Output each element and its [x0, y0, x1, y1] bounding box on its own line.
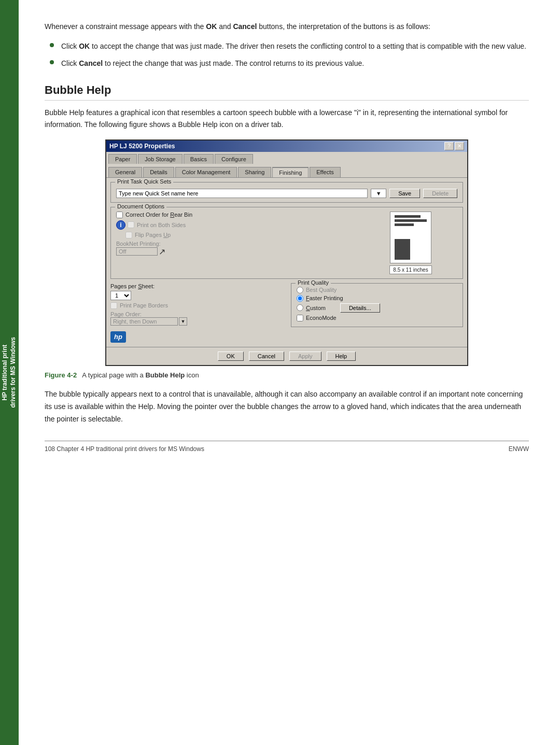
correct-order-label: Correct Order for Rear Bin — [125, 212, 192, 218]
hp-logo: hp — [110, 331, 126, 343]
post-caption-text: The bubble typically appears next to a c… — [45, 388, 529, 425]
quickset-input[interactable] — [116, 189, 368, 198]
hp-logo-area: hp — [110, 331, 463, 343]
bullet-list: Click OK to accept the change that was j… — [45, 40, 529, 69]
pages-right: Print Quality Best Quality Faster Printi… — [291, 283, 463, 327]
footer-left: 108 Chapter 4 HP traditional print drive… — [45, 445, 204, 453]
flip-pages-checkbox[interactable] — [125, 232, 132, 238]
apply-button[interactable]: Apply — [289, 352, 321, 361]
flip-pages-row: Flip Pages Up — [125, 232, 358, 238]
faster-printing-label: Faster Printing — [306, 295, 343, 301]
dialog-tabs-row2: General Details Color Management Sharing… — [106, 165, 467, 177]
dialog-footer: OK Cancel Apply Help — [106, 347, 467, 365]
custom-radio[interactable] — [297, 304, 303, 311]
dialog-window: HP LJ 5200 Properties ? ✕ Paper Job Stor… — [105, 139, 468, 366]
preview-label: 8.5 x 11 inches — [389, 265, 431, 274]
pages-section: Pages per Sheet: 1 Print Page Borders Pa… — [110, 283, 463, 327]
booklet-input — [116, 247, 158, 256]
page-order-row: ▼ — [110, 317, 283, 326]
pages-select[interactable]: 1 — [110, 291, 131, 300]
dialog-title-buttons: ? ✕ — [444, 142, 464, 150]
preview-line — [395, 215, 421, 218]
tab-finishing[interactable]: Finishing — [272, 167, 309, 177]
tab-general[interactable]: General — [108, 167, 142, 177]
print-both-sides-checkbox[interactable] — [128, 221, 134, 228]
side-tab: HP traditional print drivers for MS Wind… — [0, 0, 19, 745]
page-preview — [390, 212, 431, 263]
page-order-arrow[interactable]: ▼ — [179, 317, 187, 326]
footer-bar: 108 Chapter 4 HP traditional print drive… — [45, 441, 529, 453]
tab-paper[interactable]: Paper — [108, 154, 137, 164]
correct-order-checkbox[interactable] — [116, 212, 123, 218]
bullet-dot — [50, 43, 54, 47]
preview-block — [395, 239, 410, 260]
document-options-group: Document Options Correct Order for Rear … — [110, 207, 463, 279]
print-both-sides-label: Print on Both Sides — [137, 222, 186, 228]
caption-text: A typical page with a Bubble Help icon — [82, 371, 199, 379]
tab-configure[interactable]: Configure — [215, 154, 253, 164]
print-borders-label: Print Page Borders — [120, 302, 168, 308]
main-content: Whenever a constraint message appears wi… — [19, 0, 560, 745]
list-item: Click Cancel to reject the change that w… — [50, 58, 529, 69]
preview-lines — [390, 212, 431, 231]
tab-sharing[interactable]: Sharing — [238, 167, 271, 177]
tab-effects[interactable]: Effects — [310, 167, 340, 177]
tab-details[interactable]: Details — [143, 167, 174, 177]
best-quality-row: Best Quality — [297, 287, 457, 293]
print-quality-group: Print Quality Best Quality Faster Printi… — [291, 283, 463, 327]
help-btn[interactable]: ? — [444, 142, 454, 150]
resize-arrow: ↗ — [159, 247, 165, 257]
dialog-title-text: HP LJ 5200 Properties — [109, 143, 175, 150]
ok-button[interactable]: OK — [218, 352, 244, 361]
side-tab-text: HP traditional print drivers for MS Wind… — [1, 337, 17, 408]
best-quality-radio[interactable] — [297, 287, 303, 293]
booklet-printing-label: BookNet Printing: — [116, 241, 358, 247]
quickset-row: ▼ Save Delete — [116, 189, 457, 198]
dialog-titlebar: HP LJ 5200 Properties ? ✕ — [106, 140, 467, 152]
custom-label: Custom — [306, 305, 326, 311]
section-body: Bubble Help features a graphical icon th… — [45, 107, 529, 130]
cancel-button[interactable]: Cancel — [249, 352, 284, 361]
print-borders-checkbox[interactable] — [110, 302, 117, 309]
both-sides-row: i Print on Both Sides — [116, 220, 358, 230]
tab-color-management[interactable]: Color Management — [175, 167, 237, 177]
flip-pages-label: Flip Pages Up — [135, 232, 171, 238]
save-button[interactable]: Save — [389, 189, 420, 198]
dialog-tabs-row1: Paper Job Storage Basics Configure — [106, 152, 467, 164]
page-order-label: Page Order: — [110, 311, 283, 317]
quickset-dropdown-arrow[interactable]: ▼ — [371, 189, 386, 198]
pages-left: Pages per Sheet: 1 Print Page Borders Pa… — [110, 283, 283, 327]
list-item: Click OK to accept the change that was j… — [50, 40, 529, 52]
custom-row: Custom Details... — [297, 303, 457, 313]
bullet-dot — [50, 60, 54, 64]
print-task-group: Print Task Quick Sets ▼ Save Delete — [110, 182, 463, 203]
footer-right: ENWW — [509, 445, 529, 453]
tab-basics[interactable]: Basics — [184, 154, 214, 164]
print-task-label: Print Task Quick Sets — [115, 178, 173, 185]
figure-caption: Figure 4-2 A typical page with a Bubble … — [45, 371, 529, 379]
doc-options-left: Correct Order for Rear Bin i Print on Bo… — [116, 212, 358, 274]
print-borders-row: Print Page Borders — [110, 302, 283, 309]
econoMode-row: EconoMode — [297, 315, 457, 321]
pages-per-sheet-label: Pages per Sheet: — [110, 283, 283, 289]
pages-dropdown-row: 1 — [110, 291, 283, 300]
section-title: Bubble Help — [45, 83, 529, 101]
details-button[interactable]: Details... — [340, 303, 380, 313]
dialog-body: Print Task Quick Sets ▼ Save Delete Docu… — [106, 177, 467, 347]
tab-job-storage[interactable]: Job Storage — [138, 154, 182, 164]
bubble-help-icon: i — [116, 220, 125, 230]
faster-printing-radio[interactable] — [297, 295, 303, 302]
faster-printing-row: Faster Printing — [297, 295, 457, 302]
close-btn[interactable]: ✕ — [455, 142, 464, 150]
econoMode-checkbox[interactable] — [297, 315, 303, 321]
correct-order-row: Correct Order for Rear Bin — [116, 212, 358, 218]
booklet-wrapper: ↗ — [116, 247, 358, 257]
print-quality-label: Print Quality — [296, 279, 331, 286]
delete-button[interactable]: Delete — [423, 189, 457, 198]
print-both-sides-row: Print on Both Sides — [128, 221, 186, 228]
document-options-label: Document Options — [115, 203, 166, 209]
intro-paragraph: Whenever a constraint message appears wi… — [45, 21, 529, 32]
fig-label: Figure 4-2 — [45, 371, 77, 379]
help-footer-button[interactable]: Help — [327, 352, 356, 361]
preview-line — [395, 219, 427, 222]
